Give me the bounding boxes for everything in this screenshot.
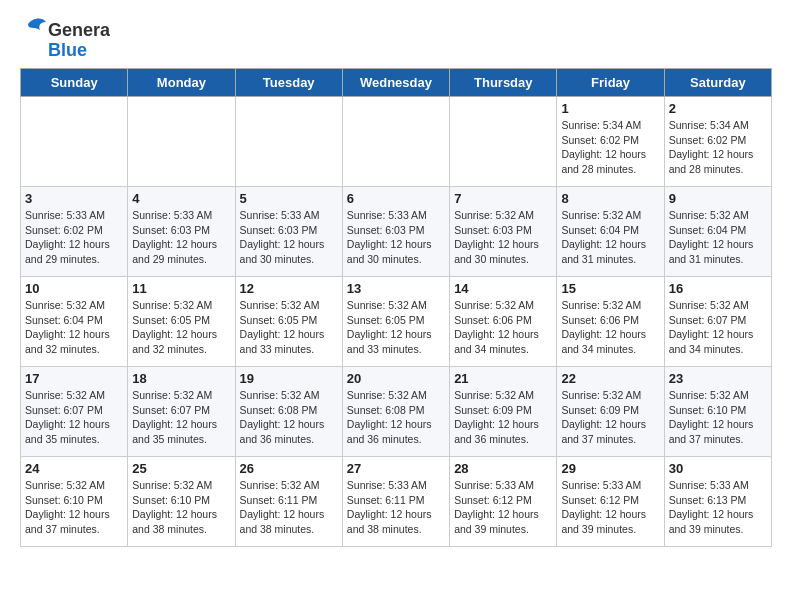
day-number: 13 [347, 281, 445, 296]
day-info: Sunrise: 5:32 AM Sunset: 6:07 PM Dayligh… [25, 388, 123, 447]
day-info: Sunrise: 5:32 AM Sunset: 6:04 PM Dayligh… [561, 208, 659, 267]
day-info: Sunrise: 5:32 AM Sunset: 6:04 PM Dayligh… [25, 298, 123, 357]
calendar-day-cell [450, 97, 557, 187]
day-info: Sunrise: 5:33 AM Sunset: 6:13 PM Dayligh… [669, 478, 767, 537]
day-info: Sunrise: 5:32 AM Sunset: 6:03 PM Dayligh… [454, 208, 552, 267]
calendar-header-row: SundayMondayTuesdayWednesdayThursdayFrid… [21, 69, 772, 97]
calendar-day-cell [21, 97, 128, 187]
day-info: Sunrise: 5:33 AM Sunset: 6:02 PM Dayligh… [25, 208, 123, 267]
day-info: Sunrise: 5:33 AM Sunset: 6:03 PM Dayligh… [347, 208, 445, 267]
calendar-day-cell [342, 97, 449, 187]
calendar-day-cell: 25Sunrise: 5:32 AM Sunset: 6:10 PM Dayli… [128, 457, 235, 547]
day-number: 19 [240, 371, 338, 386]
day-number: 20 [347, 371, 445, 386]
calendar-day-cell: 23Sunrise: 5:32 AM Sunset: 6:10 PM Dayli… [664, 367, 771, 457]
calendar-day-cell: 27Sunrise: 5:33 AM Sunset: 6:11 PM Dayli… [342, 457, 449, 547]
day-number: 25 [132, 461, 230, 476]
calendar-week-row: 3Sunrise: 5:33 AM Sunset: 6:02 PM Daylig… [21, 187, 772, 277]
day-number: 10 [25, 281, 123, 296]
day-number: 14 [454, 281, 552, 296]
day-of-week-header: Thursday [450, 69, 557, 97]
day-of-week-header: Friday [557, 69, 664, 97]
day-number: 4 [132, 191, 230, 206]
day-number: 2 [669, 101, 767, 116]
day-number: 12 [240, 281, 338, 296]
calendar-day-cell: 26Sunrise: 5:32 AM Sunset: 6:11 PM Dayli… [235, 457, 342, 547]
calendar-day-cell: 10Sunrise: 5:32 AM Sunset: 6:04 PM Dayli… [21, 277, 128, 367]
day-info: Sunrise: 5:33 AM Sunset: 6:03 PM Dayligh… [132, 208, 230, 267]
calendar-day-cell: 20Sunrise: 5:32 AM Sunset: 6:08 PM Dayli… [342, 367, 449, 457]
svg-text:Blue: Blue [48, 40, 87, 60]
day-number: 16 [669, 281, 767, 296]
day-number: 28 [454, 461, 552, 476]
day-number: 23 [669, 371, 767, 386]
calendar-day-cell: 30Sunrise: 5:33 AM Sunset: 6:13 PM Dayli… [664, 457, 771, 547]
day-info: Sunrise: 5:32 AM Sunset: 6:04 PM Dayligh… [669, 208, 767, 267]
day-number: 26 [240, 461, 338, 476]
day-info: Sunrise: 5:33 AM Sunset: 6:12 PM Dayligh… [561, 478, 659, 537]
day-number: 3 [25, 191, 123, 206]
logo-svg: GeneralBlue [20, 16, 110, 60]
day-number: 5 [240, 191, 338, 206]
calendar-week-row: 10Sunrise: 5:32 AM Sunset: 6:04 PM Dayli… [21, 277, 772, 367]
calendar-day-cell: 18Sunrise: 5:32 AM Sunset: 6:07 PM Dayli… [128, 367, 235, 457]
svg-text:General: General [48, 20, 110, 40]
calendar-day-cell: 14Sunrise: 5:32 AM Sunset: 6:06 PM Dayli… [450, 277, 557, 367]
day-number: 8 [561, 191, 659, 206]
day-number: 15 [561, 281, 659, 296]
calendar-day-cell: 22Sunrise: 5:32 AM Sunset: 6:09 PM Dayli… [557, 367, 664, 457]
logo: GeneralBlue [20, 16, 110, 60]
calendar-day-cell: 19Sunrise: 5:32 AM Sunset: 6:08 PM Dayli… [235, 367, 342, 457]
day-info: Sunrise: 5:32 AM Sunset: 6:09 PM Dayligh… [454, 388, 552, 447]
calendar-day-cell: 4Sunrise: 5:33 AM Sunset: 6:03 PM Daylig… [128, 187, 235, 277]
day-number: 6 [347, 191, 445, 206]
day-number: 30 [669, 461, 767, 476]
calendar-day-cell: 12Sunrise: 5:32 AM Sunset: 6:05 PM Dayli… [235, 277, 342, 367]
day-number: 11 [132, 281, 230, 296]
calendar-day-cell: 29Sunrise: 5:33 AM Sunset: 6:12 PM Dayli… [557, 457, 664, 547]
calendar-day-cell: 5Sunrise: 5:33 AM Sunset: 6:03 PM Daylig… [235, 187, 342, 277]
day-info: Sunrise: 5:33 AM Sunset: 6:03 PM Dayligh… [240, 208, 338, 267]
calendar-day-cell: 9Sunrise: 5:32 AM Sunset: 6:04 PM Daylig… [664, 187, 771, 277]
day-of-week-header: Saturday [664, 69, 771, 97]
day-info: Sunrise: 5:34 AM Sunset: 6:02 PM Dayligh… [561, 118, 659, 177]
page-header: GeneralBlue [20, 16, 772, 60]
day-info: Sunrise: 5:32 AM Sunset: 6:10 PM Dayligh… [669, 388, 767, 447]
calendar-day-cell: 2Sunrise: 5:34 AM Sunset: 6:02 PM Daylig… [664, 97, 771, 187]
calendar-day-cell: 3Sunrise: 5:33 AM Sunset: 6:02 PM Daylig… [21, 187, 128, 277]
calendar-day-cell: 16Sunrise: 5:32 AM Sunset: 6:07 PM Dayli… [664, 277, 771, 367]
day-of-week-header: Sunday [21, 69, 128, 97]
calendar-day-cell: 11Sunrise: 5:32 AM Sunset: 6:05 PM Dayli… [128, 277, 235, 367]
day-info: Sunrise: 5:32 AM Sunset: 6:10 PM Dayligh… [132, 478, 230, 537]
calendar-week-row: 24Sunrise: 5:32 AM Sunset: 6:10 PM Dayli… [21, 457, 772, 547]
day-info: Sunrise: 5:32 AM Sunset: 6:10 PM Dayligh… [25, 478, 123, 537]
day-of-week-header: Wednesday [342, 69, 449, 97]
day-info: Sunrise: 5:32 AM Sunset: 6:08 PM Dayligh… [347, 388, 445, 447]
calendar-day-cell: 8Sunrise: 5:32 AM Sunset: 6:04 PM Daylig… [557, 187, 664, 277]
day-info: Sunrise: 5:32 AM Sunset: 6:05 PM Dayligh… [240, 298, 338, 357]
day-of-week-header: Monday [128, 69, 235, 97]
day-number: 9 [669, 191, 767, 206]
day-info: Sunrise: 5:32 AM Sunset: 6:09 PM Dayligh… [561, 388, 659, 447]
day-info: Sunrise: 5:32 AM Sunset: 6:06 PM Dayligh… [561, 298, 659, 357]
day-info: Sunrise: 5:32 AM Sunset: 6:05 PM Dayligh… [347, 298, 445, 357]
day-number: 7 [454, 191, 552, 206]
calendar-day-cell: 6Sunrise: 5:33 AM Sunset: 6:03 PM Daylig… [342, 187, 449, 277]
day-info: Sunrise: 5:32 AM Sunset: 6:06 PM Dayligh… [454, 298, 552, 357]
day-number: 18 [132, 371, 230, 386]
day-info: Sunrise: 5:33 AM Sunset: 6:11 PM Dayligh… [347, 478, 445, 537]
day-number: 22 [561, 371, 659, 386]
day-info: Sunrise: 5:32 AM Sunset: 6:05 PM Dayligh… [132, 298, 230, 357]
day-number: 24 [25, 461, 123, 476]
calendar-week-row: 17Sunrise: 5:32 AM Sunset: 6:07 PM Dayli… [21, 367, 772, 457]
day-info: Sunrise: 5:33 AM Sunset: 6:12 PM Dayligh… [454, 478, 552, 537]
calendar-day-cell: 21Sunrise: 5:32 AM Sunset: 6:09 PM Dayli… [450, 367, 557, 457]
day-number: 1 [561, 101, 659, 116]
calendar-day-cell: 1Sunrise: 5:34 AM Sunset: 6:02 PM Daylig… [557, 97, 664, 187]
day-number: 21 [454, 371, 552, 386]
calendar-day-cell: 7Sunrise: 5:32 AM Sunset: 6:03 PM Daylig… [450, 187, 557, 277]
day-info: Sunrise: 5:32 AM Sunset: 6:08 PM Dayligh… [240, 388, 338, 447]
day-info: Sunrise: 5:32 AM Sunset: 6:07 PM Dayligh… [669, 298, 767, 357]
day-info: Sunrise: 5:34 AM Sunset: 6:02 PM Dayligh… [669, 118, 767, 177]
day-info: Sunrise: 5:32 AM Sunset: 6:11 PM Dayligh… [240, 478, 338, 537]
